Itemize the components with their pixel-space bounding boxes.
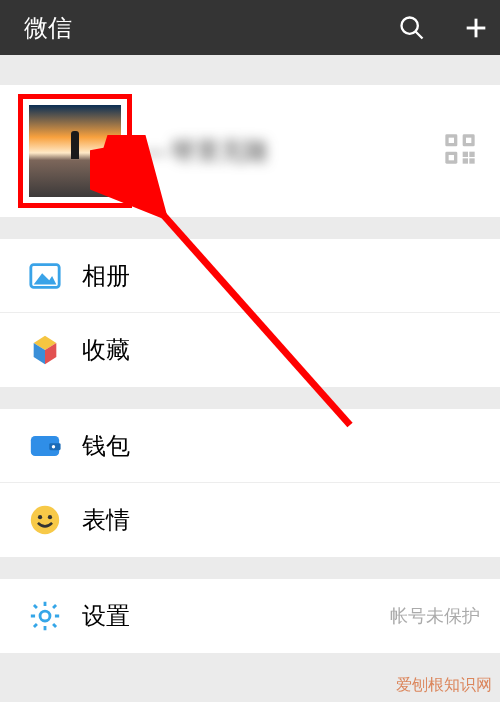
svg-rect-11 [469, 152, 474, 157]
svg-point-22 [52, 445, 55, 448]
menu-group: 钱包 表情 [0, 409, 500, 557]
menu-group: 设置 帐号未保护 [0, 579, 500, 653]
search-icon[interactable] [398, 14, 426, 42]
menu-note: 帐号未保护 [390, 604, 480, 628]
menu-label: 设置 [82, 600, 390, 632]
album-icon [28, 259, 62, 293]
plus-icon[interactable] [462, 14, 490, 42]
menu-group: 相册 收藏 [0, 239, 500, 387]
svg-point-25 [48, 515, 52, 519]
qrcode-icon[interactable] [444, 133, 476, 165]
svg-rect-5 [449, 138, 454, 143]
svg-rect-13 [469, 158, 474, 163]
menu-item-favorites[interactable]: 收藏 [0, 313, 500, 387]
menu-label: 表情 [82, 504, 480, 536]
profile-card[interactable]: — 呀里无随 [0, 85, 500, 217]
menu-label: 钱包 [82, 430, 480, 462]
svg-line-1 [416, 31, 423, 38]
avatar[interactable] [29, 105, 121, 197]
svg-point-26 [40, 611, 50, 621]
svg-rect-7 [466, 138, 471, 143]
svg-point-23 [31, 506, 59, 534]
svg-rect-12 [463, 158, 468, 163]
emoji-icon [28, 503, 62, 537]
menu-item-wallet[interactable]: 钱包 [0, 409, 500, 483]
svg-point-0 [402, 17, 418, 33]
profile-name: — 呀里无随 [142, 135, 268, 167]
avatar-highlight [18, 94, 132, 208]
menu-item-settings[interactable]: 设置 帐号未保护 [0, 579, 500, 653]
svg-marker-15 [34, 273, 57, 284]
app-header: 微信 [0, 0, 500, 55]
menu-item-emoji[interactable]: 表情 [0, 483, 500, 557]
wallet-icon [28, 429, 62, 463]
app-title: 微信 [24, 12, 362, 44]
svg-point-24 [38, 515, 42, 519]
favorites-icon [28, 333, 62, 367]
menu-item-album[interactable]: 相册 [0, 239, 500, 313]
watermark: 爱刨根知识网 [396, 675, 492, 696]
menu-label: 相册 [82, 260, 480, 292]
svg-rect-9 [449, 155, 454, 160]
settings-icon [28, 599, 62, 633]
svg-rect-10 [463, 152, 468, 157]
menu-label: 收藏 [82, 334, 480, 366]
